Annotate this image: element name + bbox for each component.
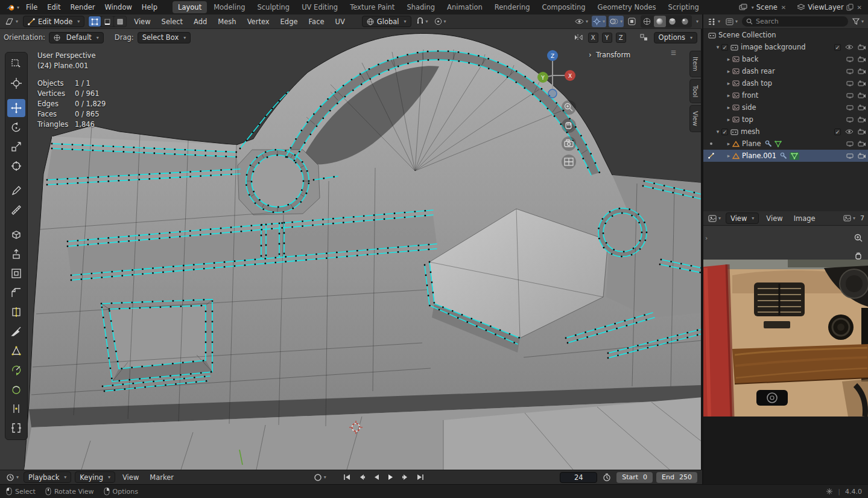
render-camera-icon[interactable] — [858, 92, 866, 98]
viewport-hide-icon[interactable] — [846, 93, 854, 98]
collapse-chevron-icon[interactable]: ▾ — [714, 129, 721, 135]
scene-icon[interactable] — [739, 4, 747, 11]
hide-eye-icon[interactable] — [845, 129, 854, 135]
outliner-display-mode-button[interactable]: ▾ — [724, 16, 739, 27]
extrude-region-tool[interactable] — [7, 245, 25, 263]
measure-tool[interactable] — [7, 201, 25, 219]
mode-dropdown[interactable]: Edit Mode▾ — [23, 16, 84, 27]
menu-render[interactable]: Render — [66, 1, 100, 13]
inset-faces-tool[interactable] — [7, 264, 25, 283]
previous-keyframe-button[interactable] — [356, 474, 368, 480]
outliner-editor-type-button[interactable]: ▾ — [706, 16, 721, 27]
workspace-tab-rendering[interactable]: Rendering — [489, 1, 536, 13]
jump-to-start-button[interactable] — [341, 474, 353, 480]
axis-gizmo[interactable]: Z Y X — [537, 50, 575, 98]
options-dropdown[interactable]: Options▾ — [654, 32, 697, 43]
outliner-row-scene-collection[interactable]: Scene Collection — [703, 29, 868, 41]
transform-orientation-dropdown[interactable]: Global▾ — [362, 16, 411, 27]
filter-icon[interactable]: ▾ — [851, 16, 865, 27]
transform-tool[interactable] — [7, 157, 25, 175]
sidebar-tab-tool[interactable]: Tool — [689, 79, 701, 103]
outliner-row-image-top[interactable]: ▸ top — [703, 113, 868, 126]
jump-to-end-button[interactable] — [414, 474, 426, 480]
render-camera-icon[interactable] — [858, 44, 866, 50]
workspace-tab-compositing[interactable]: Compositing — [536, 1, 591, 13]
loop-cut-tool[interactable] — [7, 303, 25, 321]
current-frame-field[interactable]: 24 — [560, 472, 597, 483]
scene-name[interactable]: Scene — [756, 3, 778, 11]
image-pan-icon[interactable] — [854, 251, 863, 260]
vertex-select-mode-button[interactable] — [89, 16, 101, 27]
outliner-row-image-front[interactable]: ▸ front — [703, 89, 868, 101]
menu-add[interactable]: Add — [190, 16, 211, 27]
show-overlays-button[interactable]: ▾ — [609, 16, 624, 27]
snapping-button[interactable]: ▾ — [415, 16, 429, 27]
viewport-hide-icon[interactable] — [846, 57, 854, 62]
mirror-icon[interactable] — [572, 32, 584, 43]
bevel-tool[interactable] — [7, 284, 25, 302]
object-visibility-button[interactable]: ▾ — [574, 16, 589, 27]
snap-base-icon[interactable] — [638, 32, 650, 43]
mirror-z-button[interactable]: Z — [616, 33, 626, 43]
timeline-editor-type-button[interactable]: ▾ — [5, 471, 20, 483]
sidebar-tab-item[interactable]: Item — [689, 51, 701, 77]
face-select-mode-button[interactable] — [114, 16, 126, 27]
menu-uv[interactable]: UV — [332, 16, 349, 27]
frame-end-field[interactable]: End250 — [656, 472, 697, 483]
outliner-row-image-back[interactable]: ▸ back — [703, 53, 868, 65]
proportional-editing-button[interactable]: ▾ — [433, 16, 448, 27]
edge-select-mode-button[interactable] — [101, 16, 113, 27]
workspace-tab-modeling[interactable]: Modeling — [208, 1, 250, 13]
camera-view-icon[interactable] — [562, 136, 576, 151]
mesh-data-icon[interactable] — [775, 141, 782, 147]
zoom-view-icon[interactable] — [562, 100, 576, 115]
smooth-tool[interactable] — [7, 380, 25, 398]
menu-edit[interactable]: Edit — [43, 1, 65, 13]
poly-build-tool[interactable] — [7, 342, 25, 360]
outliner-row-object-plane-001[interactable]: ▸ Plane.001 — [703, 150, 868, 162]
add-cube-tool[interactable] — [7, 226, 25, 244]
rotate-tool[interactable] — [7, 118, 25, 136]
outliner-search-input[interactable]: Search — [742, 16, 848, 27]
render-camera-icon[interactable] — [858, 80, 866, 86]
play-reverse-button[interactable] — [372, 474, 382, 480]
menu-vertex[interactable]: Vertex — [244, 16, 273, 27]
frame-start-field[interactable]: Start0 — [616, 472, 653, 483]
workspace-tab-shading[interactable]: Shading — [401, 1, 440, 13]
outliner-row-collection-image-background[interactable]: ▾ ✓ image background ✓ — [703, 41, 868, 53]
region-options-grip[interactable]: ☰ — [671, 49, 677, 56]
viewlayer-remove-icon[interactable]: ✕ — [856, 4, 863, 11]
knife-tool[interactable] — [7, 322, 25, 340]
wireframe-shading-button[interactable] — [641, 16, 653, 27]
auto-keyframe-button[interactable]: ▾ — [312, 473, 328, 482]
outliner-row-collection-mesh[interactable]: ▾ ✓ mesh ✓ — [703, 126, 868, 138]
viewlayer-copy-icon[interactable] — [846, 4, 854, 11]
modifier-wrench-icon[interactable] — [780, 152, 787, 159]
viewlayer-icon[interactable] — [797, 4, 805, 11]
shading-dropdown-caret[interactable]: ▾ — [696, 19, 699, 24]
menu-view[interactable]: View — [130, 16, 154, 27]
scale-tool[interactable] — [7, 138, 25, 156]
image-editor-mode-dropdown[interactable]: View▾ — [726, 212, 759, 224]
next-keyframe-button[interactable] — [399, 474, 411, 480]
outliner-row-image-side[interactable]: ▸ side — [703, 101, 868, 113]
workspace-tab-uv-editing[interactable]: UV Editing — [296, 1, 343, 13]
viewport-hide-icon[interactable] — [846, 81, 854, 86]
viewport-canvas[interactable]: Orientation: Default▾ Drag: Select Box▾ … — [0, 29, 702, 470]
mesh-data-active-badge[interactable] — [790, 152, 799, 160]
annotate-tool[interactable] — [7, 182, 25, 200]
workspace-tab-layout[interactable]: Layout — [173, 1, 207, 13]
mirror-y-button[interactable]: Y — [602, 33, 612, 43]
play-button[interactable] — [385, 474, 396, 480]
render-camera-icon[interactable] — [858, 56, 866, 62]
workspace-tab-scripting[interactable]: Scripting — [663, 1, 705, 13]
edge-slide-tool[interactable] — [7, 400, 25, 418]
blender-logo-icon[interactable]: ▾ — [5, 2, 21, 13]
rendered-shading-button[interactable] — [679, 16, 691, 27]
hide-eye-icon[interactable] — [845, 44, 854, 50]
perspective-toggle-icon[interactable] — [562, 155, 576, 169]
show-gizmo-button[interactable]: ▾ — [592, 16, 606, 27]
menu-edge[interactable]: Edge — [277, 16, 302, 27]
transform-panel-toggle[interactable]: › Transform — [589, 51, 630, 59]
collection-exclude-checkbox[interactable]: ✓ — [834, 44, 841, 51]
